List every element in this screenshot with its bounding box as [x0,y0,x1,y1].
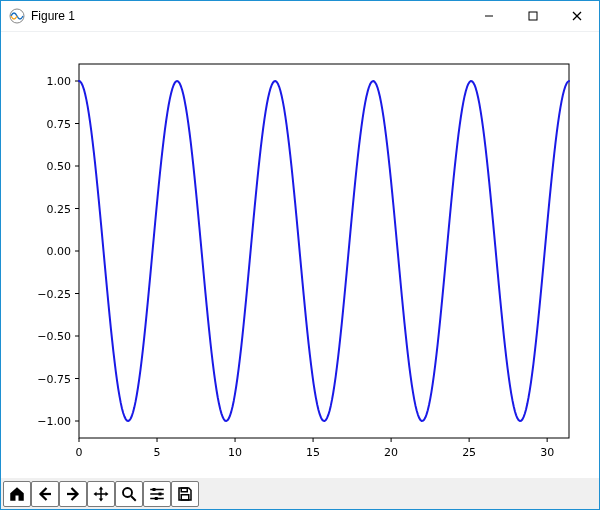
move-icon [92,485,110,503]
x-tick-label: 25 [462,446,476,459]
zoom-button[interactable] [115,481,143,507]
app-icon [9,8,25,24]
arrow-left-icon [36,485,54,503]
window-title: Figure 1 [31,9,75,23]
x-tick-label: 30 [540,446,554,459]
svg-rect-15 [181,488,187,492]
y-tick-label: −0.25 [37,288,71,301]
back-button[interactable] [31,481,59,507]
y-tick-label: 0.50 [47,160,72,173]
save-button[interactable] [171,481,199,507]
arrow-right-icon [64,485,82,503]
pan-button[interactable] [87,481,115,507]
save-icon [176,485,194,503]
svg-rect-16 [181,494,189,499]
y-tick-label: −0.75 [37,373,71,386]
zoom-icon [120,485,138,503]
y-tick-label: 0.75 [47,118,72,131]
x-tick-label: 15 [306,446,320,459]
plot-canvas[interactable]: 051015202530−1.00−0.75−0.50−0.250.000.25… [1,32,599,478]
chart-svg: 051015202530−1.00−0.75−0.50−0.250.000.25… [1,32,599,478]
forward-button[interactable] [59,481,87,507]
svg-line-8 [131,496,136,501]
y-tick-label: 1.00 [47,75,72,88]
series-line [79,81,569,421]
svg-rect-12 [159,492,162,495]
figure-window: Figure 1 051015202530−1.00−0.75−0.50−0.2… [0,0,600,510]
svg-rect-10 [153,488,156,491]
y-tick-label: 0.25 [47,203,72,216]
y-tick-label: −0.50 [37,330,71,343]
svg-rect-2 [529,12,537,20]
minimize-button[interactable] [467,1,511,31]
x-tick-label: 0 [76,446,83,459]
x-tick-label: 20 [384,446,398,459]
y-tick-label: −1.00 [37,415,71,428]
x-tick-label: 5 [154,446,161,459]
home-button[interactable] [3,481,31,507]
maximize-button[interactable] [511,1,555,31]
close-button[interactable] [555,1,599,31]
configure-button[interactable] [143,481,171,507]
navigation-toolbar [1,478,599,509]
x-tick-label: 10 [228,446,242,459]
svg-rect-14 [155,497,158,500]
home-icon [8,485,26,503]
svg-point-7 [123,488,132,497]
sliders-icon [148,485,166,503]
y-tick-label: 0.00 [47,245,72,258]
title-bar: Figure 1 [1,1,599,32]
